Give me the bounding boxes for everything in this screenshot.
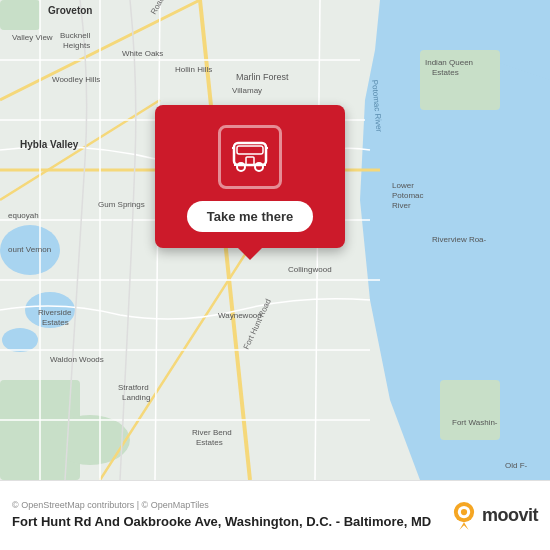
bottom-bar: © OpenStreetMap contributors | © OpenMap…	[0, 480, 550, 550]
moovit-logo: moovit	[450, 502, 538, 530]
svg-rect-55	[237, 146, 263, 154]
location-title: Fort Hunt Rd And Oakbrooke Ave, Washingt…	[12, 514, 438, 531]
map-container: Fort Hunt Road Road Groveton Valley View…	[0, 0, 550, 480]
moovit-pin-icon	[450, 502, 478, 530]
popup-card: Take me there	[155, 105, 345, 248]
bottom-text-area: © OpenStreetMap contributors | © OpenMap…	[12, 500, 438, 531]
bus-icon	[226, 133, 274, 181]
map-attribution: © OpenStreetMap contributors | © OpenMap…	[12, 500, 438, 510]
moovit-brand-text: moovit	[482, 505, 538, 526]
take-me-there-button[interactable]: Take me there	[187, 201, 313, 232]
bus-icon-container	[218, 125, 282, 189]
svg-point-64	[461, 509, 467, 515]
